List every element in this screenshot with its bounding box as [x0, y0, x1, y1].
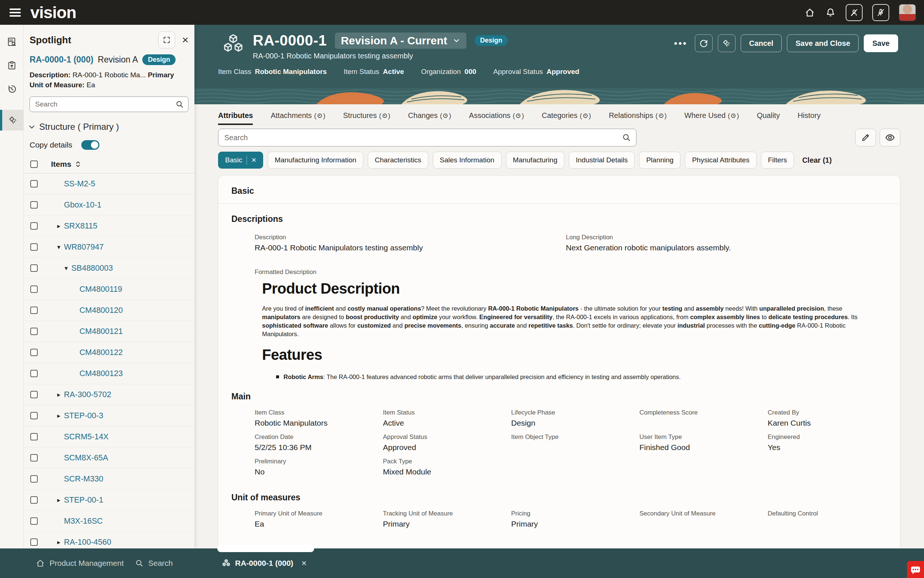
tree-row[interactable]: ▾ SB4880003 [24, 258, 194, 279]
save-button[interactable]: Save [864, 34, 898, 52]
notifications-icon[interactable] [825, 7, 836, 18]
copy-details-toggle[interactable] [81, 140, 99, 150]
expand-arrow-icon[interactable]: ▸ [55, 496, 63, 504]
row-checkbox[interactable] [30, 370, 38, 377]
item-link[interactable]: SCM8X-65A [64, 453, 108, 463]
clipboard-upload-icon[interactable] [0, 55, 24, 76]
tree-row[interactable]: M3X-16SC [24, 511, 194, 532]
tab[interactable]: Attributes () [218, 111, 253, 125]
tab[interactable]: Where Used () [685, 111, 739, 125]
revision-selector[interactable]: Revision A - Current [335, 32, 466, 49]
row-checkbox[interactable] [30, 265, 38, 272]
row-checkbox[interactable] [30, 538, 38, 546]
item-link[interactable]: RA-100-4560 [64, 538, 111, 547]
tree-row[interactable]: ▸ SRX8115 [24, 216, 194, 237]
filter-chip[interactable]: Physical Attributes [685, 152, 756, 169]
row-checkbox[interactable] [30, 180, 38, 187]
item-link[interactable]: STEP-00-1 [64, 495, 103, 505]
tree-row[interactable]: CM4800119 [24, 279, 194, 300]
history-icon[interactable] [0, 79, 24, 99]
spotlight-item-link[interactable]: RA-0000-1 (000) [29, 55, 94, 65]
row-checkbox[interactable] [30, 328, 38, 335]
clear-filters-link[interactable]: Clear (1) [802, 156, 832, 164]
filter-chip[interactable]: Industrial Details [569, 152, 634, 169]
tree-row[interactable]: Gbox-10-1 [24, 195, 194, 216]
view-eye-icon[interactable] [880, 129, 900, 146]
expand-arrow-icon[interactable]: ▾ [63, 265, 70, 272]
tree-row[interactable]: CM4800123 [24, 363, 194, 384]
spotlight-toggle-icon[interactable] [718, 34, 736, 52]
chat-bot-icon[interactable] [907, 561, 924, 578]
item-link[interactable]: SS-M2-5 [64, 179, 95, 188]
tab[interactable]: Attachments () [270, 111, 325, 125]
tree-row[interactable]: ▸ STEP-00-1 [24, 490, 194, 511]
refresh-icon[interactable] [695, 34, 713, 52]
tree-row[interactable]: SCRM5-14X [24, 426, 194, 448]
expand-arrow-icon[interactable]: ▸ [55, 412, 63, 420]
sort-icon[interactable] [74, 160, 82, 168]
tree-row[interactable]: SCR-M330 [24, 469, 194, 490]
save-and-close-button[interactable]: Save and Close [787, 34, 859, 52]
expand-arrow-icon[interactable]: ▾ [55, 244, 63, 251]
tab[interactable]: Relationships () [609, 111, 667, 125]
row-checkbox[interactable] [30, 307, 38, 314]
item-link[interactable]: CM4800121 [79, 327, 123, 336]
tab[interactable]: Changes () [408, 111, 451, 125]
filter-chip[interactable]: Sales Information [433, 152, 502, 169]
item-link[interactable]: WR807947 [64, 243, 104, 252]
home-icon[interactable] [804, 7, 816, 18]
tree-row[interactable]: ▸ STEP-00-3 [24, 405, 194, 426]
search-icon[interactable] [175, 100, 184, 109]
item-link[interactable]: SRX8115 [64, 221, 97, 231]
item-link[interactable]: CM4800120 [79, 306, 123, 315]
row-checkbox[interactable] [30, 412, 38, 419]
item-link[interactable]: SB4880003 [71, 264, 113, 273]
tab[interactable]: History () [798, 111, 820, 125]
item-link[interactable]: M3X-16SC [64, 516, 103, 526]
filters-chip[interactable]: Filters [761, 152, 794, 169]
tree-row[interactable]: SCM8X-65A [24, 448, 194, 469]
row-checkbox[interactable] [30, 496, 38, 504]
tree-row[interactable]: CM4800121 [24, 321, 194, 342]
spotlight-search-input[interactable] [29, 96, 188, 112]
tab[interactable]: Structures () [343, 111, 390, 125]
item-link[interactable]: SCRM5-14X [64, 432, 108, 442]
structure-section-header[interactable]: Structure ( Primary ) [24, 112, 194, 132]
row-checkbox[interactable] [30, 433, 38, 440]
user-slash-icon[interactable] [846, 4, 863, 21]
tree-row[interactable]: CM4800122 [24, 342, 194, 363]
item-link[interactable]: CM4800122 [79, 348, 123, 357]
expand-icon[interactable] [158, 31, 175, 49]
attributes-search-input[interactable] [218, 129, 636, 146]
row-checkbox[interactable] [30, 454, 38, 461]
spotlight-icon[interactable] [0, 110, 24, 130]
filter-chip[interactable]: Characteristics [368, 152, 428, 169]
tab[interactable]: Quality () [757, 111, 780, 125]
row-checkbox[interactable] [30, 244, 38, 251]
more-actions-icon[interactable]: ••• [674, 38, 688, 49]
expand-arrow-icon[interactable]: ▸ [55, 391, 63, 399]
voice-off-icon[interactable] [872, 4, 889, 21]
filter-chip[interactable]: Manufacturing Information [268, 152, 363, 169]
tab[interactable]: Categories () [542, 111, 591, 125]
expand-arrow-icon[interactable]: ▸ [55, 222, 63, 230]
edit-pencil-icon[interactable] [855, 129, 876, 146]
close-icon[interactable]: × [182, 34, 188, 45]
row-checkbox[interactable] [30, 201, 38, 209]
open-item-tab[interactable]: RA-0000-1 (000) × [222, 549, 307, 578]
item-link[interactable]: SCR-M330 [64, 474, 103, 484]
tree-row[interactable]: ▾ WR807947 [24, 237, 194, 258]
row-checkbox[interactable] [30, 475, 38, 482]
row-checkbox[interactable] [30, 286, 38, 293]
filter-chip[interactable]: Planning [639, 152, 680, 169]
close-tab-icon[interactable]: × [302, 558, 307, 568]
item-link[interactable]: CM4800123 [79, 369, 123, 378]
user-avatar[interactable] [899, 4, 916, 21]
row-checkbox[interactable] [30, 349, 38, 356]
row-checkbox[interactable] [30, 517, 38, 525]
item-link[interactable]: STEP-00-3 [64, 411, 103, 421]
search-icon[interactable] [622, 133, 631, 142]
tree-row[interactable]: ▸ RA-300-5702 [24, 384, 194, 405]
worklist-icon[interactable] [0, 31, 24, 52]
product-management-nav[interactable]: Product Management [36, 549, 124, 578]
